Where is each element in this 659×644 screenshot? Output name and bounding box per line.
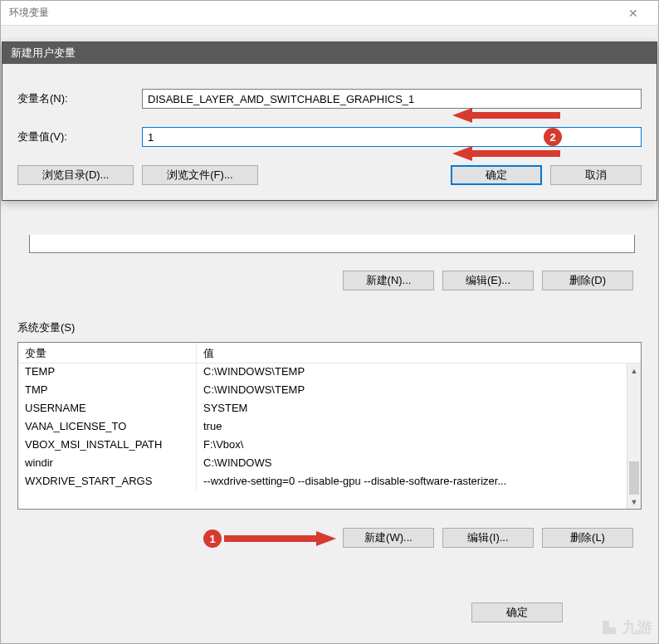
system-vars-label: 系统变量(S) <box>17 320 642 335</box>
cell-variable: USERNAME <box>18 400 197 418</box>
cell-variable: windir <box>18 455 197 473</box>
parent-titlebar: 环境变量 ✕ <box>1 1 658 26</box>
system-vars-rows: TEMPC:\WINDOWS\TEMPTMPC:\WINDOWS\TEMPUSE… <box>18 363 641 510</box>
var-name-row: 变量名(N): <box>17 89 642 109</box>
table-row[interactable]: USERNAMESYSTEM <box>18 400 641 418</box>
var-value-label: 变量值(V): <box>17 129 142 144</box>
cell-value: --wxdrive-setting=0 --disable-gpu --disa… <box>197 473 641 491</box>
child-ok-button[interactable]: 确定 <box>451 165 542 185</box>
browse-dir-button[interactable]: 浏览目录(D)... <box>17 165 134 185</box>
cell-value: true <box>197 418 641 437</box>
header-value[interactable]: 值 <box>197 343 641 363</box>
var-value-input[interactable] <box>142 127 642 147</box>
cell-value: C:\WINDOWS\TEMP <box>197 382 641 400</box>
var-name-input[interactable] <box>142 89 642 109</box>
cell-variable: TEMP <box>18 363 197 382</box>
watermark-icon <box>599 617 619 637</box>
cell-variable: WXDRIVE_START_ARGS <box>18 473 197 491</box>
table-row[interactable]: VBOX_MSI_INSTALL_PATHF:\Vbox\ <box>18 437 641 455</box>
scroll-down-icon[interactable]: ▼ <box>627 495 641 509</box>
child-body: 变量名(N): 变量值(V): 浏览目录(D)... 浏览文件(F)... 确定… <box>2 64 657 200</box>
cell-variable: VANA_LICENSE_TO <box>18 418 197 437</box>
header-variable[interactable]: 变量 <box>18 343 197 363</box>
watermark-text: 九游 <box>622 617 652 637</box>
cell-variable: TMP <box>18 382 197 400</box>
close-icon[interactable]: ✕ <box>617 7 650 20</box>
browse-button-row: 浏览目录(D)... 浏览文件(F)... <box>17 165 258 185</box>
system-edit-button[interactable]: 编辑(I)... <box>442 528 534 548</box>
table-row[interactable]: TMPC:\WINDOWS\TEMP <box>18 382 641 400</box>
system-vars-section: 系统变量(S) 变量 值 TEMPC:\WINDOWS\TEMPTMPC:\WI… <box>17 320 642 510</box>
table-row[interactable]: VANA_LICENSE_TOtrue <box>18 418 641 437</box>
cell-value: F:\Vbox\ <box>197 437 641 455</box>
table-row[interactable]: TEMPC:\WINDOWS\TEMP <box>18 363 641 382</box>
user-new-button[interactable]: 新建(N)... <box>343 271 434 290</box>
cell-value: C:\WINDOWS <box>197 455 641 473</box>
child-title: 新建用户变量 <box>11 46 76 61</box>
watermark: 九游 <box>599 617 652 637</box>
system-vars-headers: 变量 值 <box>18 343 641 363</box>
child-cancel-button[interactable]: 取消 <box>550 165 642 185</box>
parent-title: 环境变量 <box>9 6 617 20</box>
table-row[interactable]: WXDRIVE_START_ARGS--wxdrive-setting=0 --… <box>18 473 641 491</box>
user-delete-button[interactable]: 删除(D) <box>542 271 633 290</box>
system-vars-table[interactable]: 变量 值 TEMPC:\WINDOWS\TEMPTMPC:\WINDOWS\TE… <box>17 342 642 510</box>
cell-value: SYSTEM <box>197 400 641 418</box>
scrollbar[interactable]: ▲ ▼ <box>627 363 641 509</box>
user-vars-list-bottom <box>29 235 635 253</box>
child-titlebar: 新建用户变量 <box>2 42 657 64</box>
cell-value: C:\WINDOWS\TEMP <box>197 363 641 382</box>
system-vars-button-row: 新建(W)... 编辑(I)... 删除(L) <box>343 528 633 548</box>
system-new-button[interactable]: 新建(W)... <box>343 528 434 548</box>
user-vars-button-row: 新建(N)... 编辑(E)... 删除(D) <box>343 271 633 290</box>
system-delete-button[interactable]: 删除(L) <box>542 528 633 548</box>
scroll-up-icon[interactable]: ▲ <box>627 363 641 378</box>
ok-cancel-row: 确定 取消 <box>451 165 642 185</box>
var-value-row: 变量值(V): <box>17 127 642 147</box>
parent-ok-button[interactable]: 确定 <box>471 603 563 622</box>
scroll-thumb[interactable] <box>629 461 639 495</box>
browse-file-button[interactable]: 浏览文件(F)... <box>142 165 258 185</box>
var-name-label: 变量名(N): <box>17 91 142 106</box>
new-user-var-dialog: 新建用户变量 变量名(N): 变量值(V): 浏览目录(D)... 浏览文件(F… <box>2 41 657 201</box>
cell-variable: VBOX_MSI_INSTALL_PATH <box>18 437 197 455</box>
user-edit-button[interactable]: 编辑(E)... <box>442 271 534 290</box>
table-row[interactable]: windirC:\WINDOWS <box>18 455 641 473</box>
